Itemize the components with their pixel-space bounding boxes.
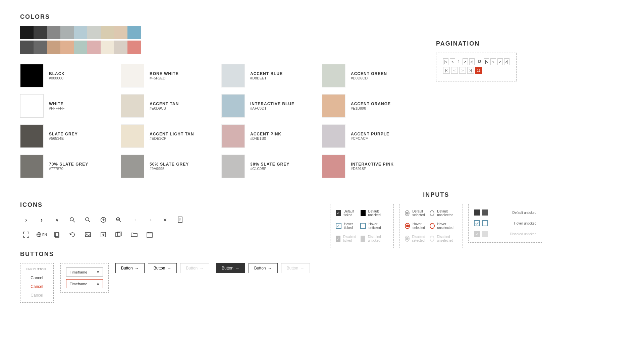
color-hex-interactiveblue: #AFC6D1: [250, 106, 294, 110]
outlined-btn-1[interactable]: Button →: [115, 263, 145, 273]
import-icon[interactable]: [97, 229, 109, 241]
close-icon[interactable]: ✕: [159, 214, 171, 226]
color-item-50slategrey: 50% SLATE GREY #9A9995: [121, 155, 208, 178]
filled-btn-label-1: Button: [222, 266, 233, 270]
image-icon[interactable]: [82, 229, 94, 241]
pg-skip1[interactable]: |<: [484, 58, 489, 65]
dropdown-label-2: Timeframe: [70, 282, 87, 286]
checkbox-default-ticked[interactable]: [336, 210, 341, 216]
outlined-btn-2[interactable]: Button →: [148, 263, 177, 273]
dropdown-arrow-2: ∧: [97, 282, 99, 286]
radio-default-selected[interactable]: [405, 210, 410, 216]
pg-active[interactable]: 11: [475, 67, 482, 74]
copy-icon[interactable]: [51, 229, 63, 241]
mixed-disabled-label: Disabled unticked: [510, 232, 536, 236]
cancel-default-btn[interactable]: Cancel: [26, 275, 48, 281]
pagination-row-2: |< < > >| 11: [443, 67, 509, 74]
svg-line-1: [73, 221, 75, 222]
search-icon-1[interactable]: [66, 214, 78, 226]
filled-btn-2[interactable]: Button →: [249, 263, 278, 273]
mixed-hover-checked-sq[interactable]: [474, 220, 480, 226]
globe-icon[interactable]: EN: [36, 229, 48, 241]
checkbox-hover-unticked[interactable]: [360, 223, 366, 229]
chevron-right-icon-2[interactable]: ›: [36, 214, 48, 226]
color-name-interactivepink: INTERACTIVE PINK: [351, 162, 394, 167]
mixed-default-indeterminate-sq[interactable]: [482, 209, 488, 216]
swatch-b2: [34, 41, 47, 54]
chevron-down-icon[interactable]: ∨: [51, 214, 63, 226]
color-name-accentpurple: ACCENT PURPLE: [351, 132, 389, 136]
radio-hover-row: Hover selected Hover unselected: [405, 222, 457, 230]
mixed-default-checked-sq[interactable]: [474, 209, 480, 216]
color-item-accentpink: ACCENT PINK #D4B1B0: [221, 124, 309, 148]
folder-icon[interactable]: [128, 229, 140, 241]
radio-default-row: Default selected Default unselected: [405, 209, 457, 217]
buttons-section: BUTTONS LINK BUTTON Cancel Cancel Cancel…: [20, 251, 310, 303]
inputs-section: INPUTS Default ticked Default unticked: [330, 191, 542, 248]
dropdown-arrow-1: ∨: [97, 270, 99, 274]
color-hex-white: #FFFFFF: [49, 106, 64, 110]
pg-skip3[interactable]: >: [497, 58, 503, 65]
zoom-in-icon[interactable]: [113, 214, 125, 226]
filled-btn-disabled: Button →: [281, 263, 310, 273]
pg-r2-2[interactable]: <: [451, 67, 458, 74]
checkbox-default-unticked[interactable]: [361, 210, 366, 216]
color-name-accentpink: ACCENT PINK: [250, 132, 281, 136]
color-name-black: BLACK: [49, 71, 65, 76]
pagination-section: PAGINATION |< < 1 > >| 13 |< < > >| |< <…: [436, 40, 517, 81]
color-name-accentlighttan: ACCENT LIGHT TAN: [150, 132, 194, 136]
pg-first-btn[interactable]: |<: [443, 58, 448, 65]
inputs-title: INPUTS: [330, 191, 542, 198]
swatch-b5: [74, 41, 87, 54]
photos-icon[interactable]: [113, 229, 125, 241]
radio-hover-unselected[interactable]: [430, 223, 435, 229]
swatches-top-row: [20, 26, 624, 39]
svg-rect-20: [85, 233, 91, 237]
swatch-b3: [47, 41, 60, 54]
pg-prev-btn[interactable]: <: [450, 58, 455, 65]
chevron-right-icon-1[interactable]: ›: [20, 214, 32, 226]
color-name-accenttan: ACCENT TAN: [150, 102, 179, 106]
filled-buttons-group: Button → Button → Button →: [216, 263, 310, 273]
radio-disabled-unselected: [430, 236, 434, 242]
mixed-hover-label: Hover unticked: [514, 222, 537, 225]
pg-r2-1[interactable]: |<: [443, 67, 450, 74]
pagination-title: PAGINATION: [436, 40, 517, 47]
svg-line-3: [89, 221, 90, 222]
pg-r2-3[interactable]: >: [459, 67, 466, 74]
filled-btn-1[interactable]: Button →: [216, 263, 245, 273]
undo-icon[interactable]: [66, 229, 78, 241]
dropdown-active[interactable]: Timeframe ∧: [66, 279, 103, 288]
calendar-icon[interactable]: [144, 229, 156, 241]
dropdown-default[interactable]: Timeframe ∨: [66, 267, 103, 277]
color-item-accentblue: ACCENT BLUE #D8BEE1: [221, 64, 309, 87]
checkbox-disabled-row: Disabled ticked Disabled unticked: [336, 235, 388, 242]
icons-section: ICONS › › ∨: [20, 201, 310, 241]
pg-last-btn[interactable]: >|: [469, 58, 475, 65]
color-name-bonewhite: BONE WHITE: [150, 71, 179, 76]
pg-r2-4[interactable]: >|: [467, 67, 474, 74]
pg-skip2[interactable]: <: [490, 58, 496, 65]
checkbox-hover-ticked[interactable]: [336, 223, 341, 229]
arrow-right-icon-1[interactable]: →: [128, 214, 140, 226]
mixed-hover-unchecked-sq[interactable]: [482, 220, 488, 226]
radio-hover-selected[interactable]: [405, 223, 410, 229]
swatch-orange: [114, 26, 127, 39]
pg-next-btn[interactable]: >: [463, 58, 468, 65]
pg-total: 13: [476, 60, 482, 64]
color-item-accentorange: ACCENT ORANGE #E1B898: [322, 94, 409, 118]
radio-disabled-selected: [405, 236, 409, 242]
plus-circle-icon[interactable]: [97, 214, 109, 226]
mixed-hover-row: Hover unticked: [474, 220, 536, 226]
pg-skip4[interactable]: >|: [504, 58, 509, 65]
document-icon[interactable]: [174, 214, 186, 226]
color-box-bonewhite: [121, 64, 144, 87]
search-icon-2[interactable]: [82, 214, 94, 226]
arrow-right-icon-2[interactable]: →: [144, 214, 156, 226]
expand-icon[interactable]: [20, 229, 32, 241]
color-box-accentlighttan: [121, 124, 144, 148]
cancel-hover-btn[interactable]: Cancel: [26, 284, 48, 290]
color-hex-bonewhite: #F5F2ED: [150, 76, 179, 80]
radio-default-unselected[interactable]: [430, 210, 434, 216]
color-box-slategrey: [20, 124, 44, 148]
